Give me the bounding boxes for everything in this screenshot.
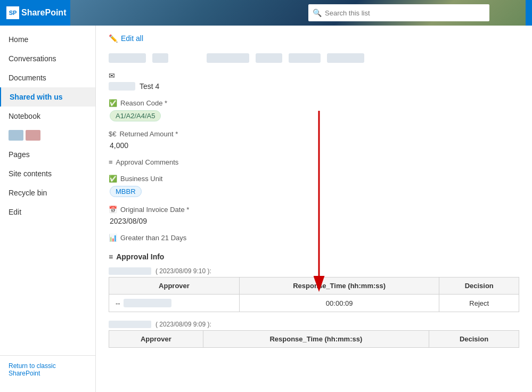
business-unit-label: ✅ Business Unit: [109, 175, 519, 183]
blurred-block-2: [152, 53, 168, 63]
search-bar[interactable]: 🔍: [308, 4, 489, 21]
edit-all-bar[interactable]: ✏️ Edit all: [109, 34, 519, 43]
approval-table-2: Approver Response_Time (hh:mm:ss) Decisi…: [109, 330, 519, 348]
col-approver-2: Approver: [109, 331, 203, 348]
approval-info-label: Approval Info: [116, 252, 164, 261]
invoice-date-value: 2023/08/09: [109, 217, 519, 225]
business-unit-badge: MBBR: [110, 186, 142, 197]
test-blurred: [109, 82, 135, 91]
approval-table-1: Approver Response_Time (hh:mm:ss) Decisi…: [109, 277, 519, 312]
color-chips: [0, 126, 95, 145]
content-area: ✏️ Edit all ✉ Test 4 ✅ Reaso: [96, 26, 532, 392]
sidebar-item-recycle-bin[interactable]: Recycle bin: [0, 183, 95, 202]
sidebar-item-documents[interactable]: Documents: [0, 68, 95, 87]
greater-21-section: 📊 Greater than 21 Days: [109, 234, 519, 242]
decision-cell-1: Reject: [439, 295, 519, 312]
edit-all-label: Edit all: [121, 34, 143, 43]
search-input[interactable]: [325, 9, 485, 17]
group-2-header: ( 2023/08/09 9:09 ):: [109, 318, 519, 330]
sidebar-item-edit[interactable]: Edit: [0, 202, 95, 222]
approval-group-1: ( 2023/08/09 9:10 ): Approver Response_T…: [109, 265, 519, 312]
group-1-header: ( 2023/08/09 9:10 ):: [109, 265, 519, 277]
reason-code-section: ✅ Reason Code * A1/A2/A4/A5: [109, 99, 519, 121]
greater-21-icon: 📊: [109, 234, 117, 242]
sidebar-bottom: Return to classic SharePoint: [0, 351, 95, 388]
business-unit-value: MBBR: [109, 186, 519, 197]
returned-amount-value: 4,000: [109, 141, 519, 150]
top-bar: SP SharePoint 🔍: [0, 0, 532, 26]
comments-icon: ≡: [109, 158, 113, 166]
mail-icon: ✉: [109, 71, 115, 80]
color-chip-2: [26, 130, 40, 141]
approval-comments-section: ≡ Approval Comments: [109, 158, 519, 166]
blurred-block-6: [327, 53, 364, 63]
col-decision-1: Decision: [439, 277, 519, 295]
group-2-blurred: [109, 321, 151, 328]
logo-icon: SP: [6, 6, 19, 19]
sidebar-item-site-contents[interactable]: Site contents: [0, 164, 95, 183]
reason-code-icon: ✅: [109, 99, 117, 107]
reason-code-value: A1/A2/A4/A5: [109, 110, 519, 121]
sidebar-item-home[interactable]: Home: [0, 30, 95, 49]
search-icon: 🔍: [313, 9, 322, 17]
edit-icon: ✏️: [109, 34, 118, 43]
calendar-icon: 📅: [109, 206, 117, 214]
approval-info-icon: ≡: [109, 252, 113, 261]
sidebar: Home Conversations Documents Shared with…: [0, 26, 96, 392]
sidebar-item-shared[interactable]: Shared with us: [0, 87, 95, 107]
reason-code-label-text: Reason Code *: [120, 99, 167, 107]
logo-text: SharePoint: [21, 8, 66, 18]
return-classic-link[interactable]: Return to classic SharePoint: [0, 355, 95, 383]
table-row: -- 00:00:09 Reject: [109, 295, 519, 312]
approver-cell-1: --: [109, 295, 240, 312]
invoice-date-section: 📅 Original Invoice Date * 2023/08/09: [109, 206, 519, 225]
approval-comments-label: ≡ Approval Comments: [109, 158, 519, 166]
returned-amount-label: $€ Returned Amount *: [109, 130, 519, 138]
approval-group-2: ( 2023/08/09 9:09 ): Approver Response_T…: [109, 318, 519, 348]
approver-dash: --: [116, 299, 120, 307]
greater-21-label: 📊 Greater than 21 Days: [109, 234, 519, 242]
blurred-block-4: [256, 53, 282, 63]
sidebar-item-notebook[interactable]: Notebook: [0, 107, 95, 126]
sharepoint-logo: SP SharePoint: [6, 6, 66, 19]
col-approver-1: Approver: [109, 277, 240, 295]
business-unit-section: ✅ Business Unit MBBR: [109, 175, 519, 197]
blurred-header: [109, 53, 519, 63]
col-decision-2: Decision: [429, 331, 519, 348]
approval-info-section: ≡ Approval Info ( 2023/08/09 9:10 ): App…: [109, 252, 519, 348]
blurred-block-3: [207, 53, 249, 63]
approval-info-header: ≡ Approval Info: [109, 252, 519, 261]
invoice-date-label: 📅 Original Invoice Date *: [109, 206, 519, 214]
returned-amount-section: $€ Returned Amount * 4,000: [109, 130, 519, 150]
returned-amount-label-text: Returned Amount *: [119, 130, 178, 138]
business-unit-label-text: Business Unit: [120, 175, 162, 183]
color-chip-1: [9, 130, 23, 141]
invoice-date-label-text: Original Invoice Date *: [120, 206, 189, 214]
sidebar-item-pages[interactable]: Pages: [0, 145, 95, 164]
test-label: Test 4: [140, 82, 159, 91]
reason-code-label: ✅ Reason Code *: [109, 99, 519, 107]
greater-21-label-text: Greater than 21 Days: [120, 234, 186, 242]
blurred-block-1: [109, 53, 146, 63]
dollar-icon: $€: [109, 130, 116, 138]
group-1-blurred: [109, 267, 151, 275]
table-header-row-1: Approver Response_Time (hh:mm:ss) Decisi…: [109, 277, 519, 295]
approver-blurred: [124, 299, 171, 307]
group-2-timestamp: ( 2023/08/09 9:09 ):: [155, 321, 211, 328]
table-header-row-2: Approver Response_Time (hh:mm:ss) Decisi…: [109, 331, 519, 348]
sidebar-item-conversations[interactable]: Conversations: [0, 49, 95, 68]
col-response-1: Response_Time (hh:mm:ss): [239, 277, 439, 295]
reason-code-badge: A1/A2/A4/A5: [110, 110, 161, 121]
group-1-timestamp: ( 2023/08/09 9:10 ):: [155, 267, 211, 275]
business-unit-icon: ✅: [109, 175, 117, 183]
col-response-2: Response_Time (hh:mm:ss): [203, 331, 429, 348]
main-container: Home Conversations Documents Shared with…: [0, 26, 532, 392]
approval-comments-label-text: Approval Comments: [116, 158, 179, 166]
test-label-section: ✉ Test 4: [109, 71, 519, 91]
response-time-cell-1: 00:00:09: [239, 295, 439, 312]
blurred-block-5: [289, 53, 321, 63]
